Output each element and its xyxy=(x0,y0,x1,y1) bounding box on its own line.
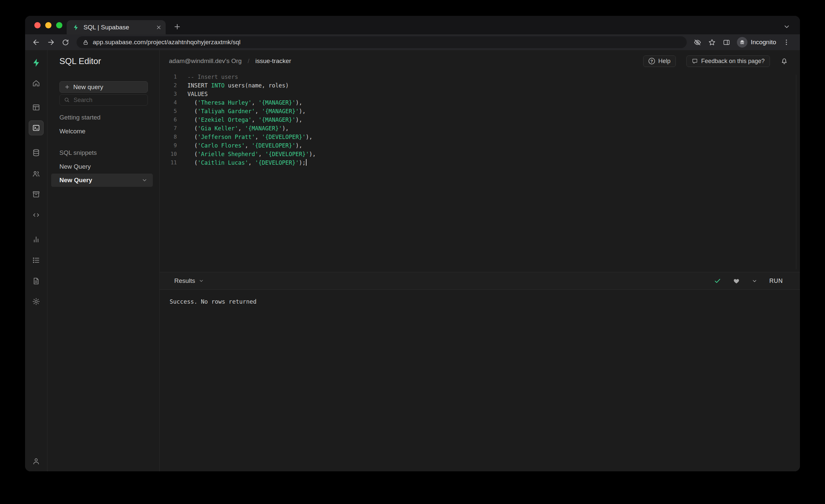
line-number: 7 xyxy=(160,124,177,133)
code-line[interactable]: ('Jefferson Pratt', '{DEVELOPER}'), xyxy=(188,133,800,141)
chevron-down-icon[interactable] xyxy=(142,177,148,183)
code-line[interactable]: ('Carlo Flores', '{DEVELOPER}'), xyxy=(188,141,800,150)
editor-gutter: 1234567891011 xyxy=(160,73,177,167)
code-line[interactable]: ('Arielle Shepherd', '{DEVELOPER}'), xyxy=(188,150,800,158)
lock-icon[interactable] xyxy=(82,39,89,46)
line-number: 9 xyxy=(160,141,177,150)
address-bar[interactable]: app.supabase.com/project/azahtnhqohyjerz… xyxy=(77,36,687,48)
browser-toolbar: app.supabase.com/project/azahtnhqohyjerz… xyxy=(25,34,800,50)
help-icon: ? xyxy=(649,58,655,64)
sidebar-item-new-query-selected[interactable]: New Query xyxy=(51,173,153,187)
line-number: 11 xyxy=(160,158,177,167)
sidebar-title: SQL Editor xyxy=(48,50,159,67)
reload-button[interactable] xyxy=(58,35,73,50)
table-editor-icon[interactable] xyxy=(32,103,41,112)
sidebar-item-welcome[interactable]: Welcome xyxy=(59,128,148,135)
search-icon xyxy=(64,97,70,103)
database-icon[interactable] xyxy=(32,148,41,157)
results-chevron-icon xyxy=(199,278,204,284)
line-number: 1 xyxy=(160,73,177,81)
results-label: Results xyxy=(174,277,195,285)
line-number: 3 xyxy=(160,90,177,98)
results-bar: Results RUN xyxy=(160,272,800,290)
breadcrumb-project[interactable]: issue-tracker xyxy=(255,57,291,65)
breadcrumb-separator: / xyxy=(247,57,249,65)
sql-code-editor[interactable]: 1234567891011 -- Insert usersINSERT INTO… xyxy=(160,72,800,272)
docs-file-icon[interactable] xyxy=(32,277,41,285)
editor-caret xyxy=(306,159,307,166)
line-number: 2 xyxy=(160,81,177,90)
storage-icon[interactable] xyxy=(32,190,41,198)
sidebar-item-new-query[interactable]: New Query xyxy=(59,163,148,170)
notifications-bell-icon[interactable] xyxy=(780,57,788,65)
bookmark-star-icon[interactable] xyxy=(705,35,719,50)
code-line[interactable]: ('Theresa Hurley', '{MANAGER}'), xyxy=(188,98,800,107)
line-number: 8 xyxy=(160,133,177,141)
zoom-window-button[interactable] xyxy=(56,22,62,28)
breadcrumb-org[interactable]: adam@windmill.dev's Org xyxy=(169,57,241,65)
code-line[interactable]: ('Taliyah Gardner', '{MANAGER}'), xyxy=(188,107,800,116)
side-panel-icon[interactable] xyxy=(720,35,734,50)
home-icon[interactable] xyxy=(32,79,41,87)
tab-favicon-supabase xyxy=(73,24,79,31)
browser-menu-icon[interactable] xyxy=(779,35,793,50)
eye-off-icon[interactable] xyxy=(691,35,704,50)
functions-code-icon[interactable] xyxy=(32,211,41,219)
new-query-button[interactable]: New query xyxy=(59,81,148,93)
empty-area xyxy=(160,305,800,471)
line-number: 5 xyxy=(160,107,177,116)
window-controls xyxy=(34,22,62,28)
section-getting-started: Getting started xyxy=(59,114,148,121)
incognito-icon xyxy=(737,37,747,48)
tab-search-chevron-icon[interactable] xyxy=(782,22,791,31)
line-number: 4 xyxy=(160,98,177,107)
help-label: Help xyxy=(658,58,671,65)
supabase-logo[interactable] xyxy=(31,58,41,68)
auth-users-icon[interactable] xyxy=(32,169,41,178)
speech-bubble-icon xyxy=(692,58,698,64)
main-header: adam@windmill.dev's Org / issue-tracker … xyxy=(160,50,800,72)
run-options-chevron-icon[interactable] xyxy=(752,278,757,284)
incognito-badge: Incognito xyxy=(737,37,776,48)
reports-chart-icon[interactable] xyxy=(32,235,41,243)
code-line[interactable]: ('Ezekiel Ortega', '{MANAGER}'), xyxy=(188,116,800,124)
section-sql-snippets: SQL snippets xyxy=(59,149,148,156)
new-tab-button[interactable] xyxy=(171,20,183,33)
browser-tab[interactable]: SQL | Supabase xyxy=(67,20,166,34)
code-line[interactable]: ('Gia Keller', '{MANAGER}'), xyxy=(188,124,800,133)
plus-icon xyxy=(64,84,70,90)
toolbar-right: Incognito xyxy=(691,35,793,50)
help-button[interactable]: ? Help xyxy=(643,56,676,67)
header-actions: ? Help Feedback on this page? xyxy=(643,56,788,67)
back-button[interactable] xyxy=(29,35,44,50)
minimize-window-button[interactable] xyxy=(45,22,52,28)
search-input[interactable] xyxy=(59,94,148,105)
supabase-app: SQL Editor New query Getting started Wel… xyxy=(25,50,800,471)
feedback-label: Feedback on this page? xyxy=(701,58,765,65)
selected-query-label: New Query xyxy=(59,176,142,184)
tab-close-icon[interactable] xyxy=(156,24,162,30)
code-line[interactable]: ('Caitlin Lucas', '{DEVELOPER}'); xyxy=(188,158,800,167)
forward-button[interactable] xyxy=(44,35,58,50)
editor-scrollbar[interactable] xyxy=(796,75,796,269)
editor-code[interactable]: -- Insert usersINSERT INTO users(name, r… xyxy=(188,73,800,167)
sidebar-search xyxy=(59,94,148,105)
line-number: 10 xyxy=(160,150,177,158)
logs-list-icon[interactable] xyxy=(32,256,41,264)
tab-strip: SQL | Supabase xyxy=(25,16,800,34)
code-line[interactable]: VALUES xyxy=(188,90,800,98)
sql-editor-icon[interactable] xyxy=(32,124,41,132)
account-icon[interactable] xyxy=(32,457,41,465)
results-dropdown[interactable]: Results xyxy=(174,277,204,285)
settings-gear-icon[interactable] xyxy=(32,297,41,306)
success-check-icon xyxy=(714,277,721,285)
favorite-heart-icon[interactable] xyxy=(733,278,740,285)
code-line[interactable]: INSERT INTO users(name, roles) xyxy=(188,81,800,90)
close-window-button[interactable] xyxy=(34,22,41,28)
line-number: 6 xyxy=(160,116,177,124)
feedback-button[interactable]: Feedback on this page? xyxy=(686,56,770,67)
browser-window: SQL | Supabase app.supabase.com/project/… xyxy=(25,16,800,471)
code-line[interactable]: -- Insert users xyxy=(188,73,800,81)
nav-rail xyxy=(25,50,48,471)
run-button[interactable]: RUN xyxy=(769,278,783,285)
